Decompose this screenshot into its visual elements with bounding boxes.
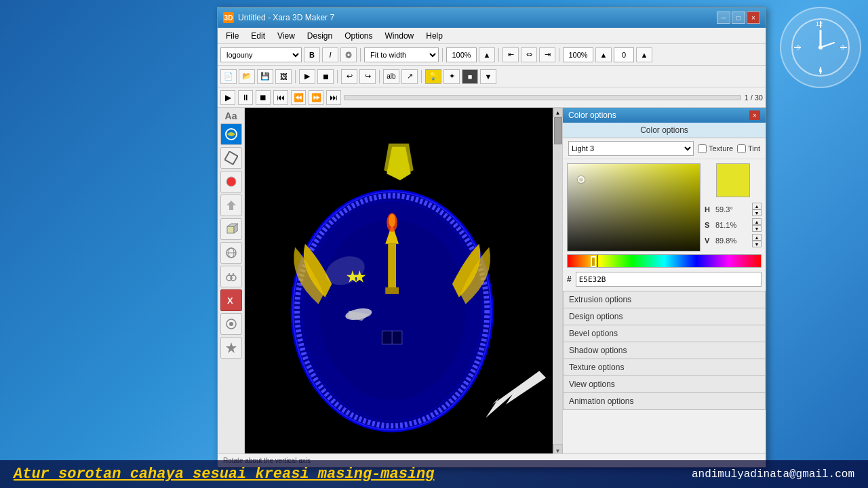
menu-help[interactable]: Help: [420, 30, 448, 42]
h-spinner[interactable]: ▲ ▼: [752, 203, 762, 216]
font-dropdown[interactable]: logouny: [220, 47, 302, 62]
s-spinner[interactable]: ▲ ▼: [752, 218, 762, 232]
svg-rect-13: [224, 151, 237, 164]
play-button[interactable]: ▶: [220, 90, 235, 105]
more-btn[interactable]: ▼: [480, 69, 496, 84]
light-dropdown[interactable]: Light 3: [568, 141, 694, 156]
h-up-btn[interactable]: ▲: [752, 203, 762, 209]
save-btn[interactable]: 💾: [257, 69, 273, 84]
next-button[interactable]: ⏩: [309, 90, 323, 105]
design-options-btn[interactable]: Design options: [563, 308, 766, 325]
zoom-up-btn[interactable]: ▲: [479, 47, 495, 62]
hue-thumb[interactable]: [591, 256, 596, 267]
color-cursor[interactable]: [578, 176, 585, 183]
v-row: V 89.8% ▲ ▼: [705, 234, 762, 247]
bold-button[interactable]: B: [304, 47, 320, 62]
v-down-btn[interactable]: ▼: [752, 241, 762, 247]
pause-button[interactable]: ⏸: [238, 90, 253, 105]
animation-options-btn[interactable]: Animation options: [563, 393, 766, 410]
menu-window[interactable]: Window: [380, 30, 420, 42]
scroll-track[interactable]: [554, 117, 562, 444]
svg-point-23: [231, 275, 236, 281]
hex-input[interactable]: [576, 272, 762, 287]
menu-design[interactable]: Design: [302, 30, 338, 42]
x-tool-btn[interactable]: X: [220, 289, 242, 311]
outline-button[interactable]: O: [340, 47, 357, 62]
star-tool-btn[interactable]: [220, 337, 242, 359]
globe-tool-btn[interactable]: [220, 242, 242, 264]
offset-up-btn[interactable]: ▲: [636, 47, 652, 62]
progress-bar[interactable]: [344, 95, 741, 100]
new-btn[interactable]: 📄: [220, 69, 237, 84]
h-down-btn[interactable]: ▼: [752, 209, 762, 216]
scroll-thumb[interactable]: [554, 117, 562, 144]
vertical-scrollbar[interactable]: ▲ ▼ ▼: [553, 108, 562, 467]
shadow-btn[interactable]: ■: [462, 69, 478, 84]
offset-field[interactable]: [614, 47, 634, 62]
zoom-field[interactable]: [446, 47, 477, 62]
fit-dropdown[interactable]: Fit to width: [364, 47, 439, 62]
maximize-button[interactable]: □: [732, 12, 745, 24]
s-up-btn[interactable]: ▲: [752, 218, 762, 225]
text-btn[interactable]: alb: [383, 69, 399, 84]
size-up-btn[interactable]: ▲: [595, 47, 612, 62]
s-value: 81.1%: [715, 221, 749, 229]
canvas-wrapper: ▲ ▼ ▼: [245, 108, 562, 467]
align-right-btn[interactable]: ⇥: [539, 47, 555, 62]
canvas[interactable]: [245, 108, 553, 467]
panel-close-button[interactable]: ×: [749, 110, 760, 120]
cube-tool-btn[interactable]: [220, 218, 242, 240]
v-spinner[interactable]: ▲ ▼: [752, 234, 762, 247]
color-picker-main: H 59.3° ▲ ▼ S 81.1%: [567, 163, 762, 251]
anim-btn[interactable]: ▶: [299, 69, 315, 84]
svg-line-6: [821, 43, 834, 47]
undo-btn[interactable]: ↩: [341, 69, 357, 84]
shadow-options-btn[interactable]: Shadow options: [563, 342, 766, 359]
menu-edit[interactable]: Edit: [245, 30, 271, 42]
extrusion-options-btn[interactable]: Extrusion options: [563, 291, 766, 308]
svg-text:6: 6: [818, 67, 822, 74]
circle2-tool-btn[interactable]: [220, 313, 242, 335]
minimize-button[interactable]: ─: [717, 12, 730, 24]
s-down-btn[interactable]: ▼: [752, 225, 762, 232]
skip-end-button[interactable]: ⏭: [326, 90, 341, 105]
export-btn[interactable]: 🖼: [275, 69, 292, 84]
align-center-btn[interactable]: ⇔: [521, 47, 537, 62]
author-text: andimulyadinata@gmail.com: [692, 468, 854, 481]
bevel-options-btn[interactable]: Bevel options: [563, 325, 766, 342]
anim2-btn[interactable]: ⏹: [317, 69, 334, 84]
menu-view[interactable]: View: [272, 30, 300, 42]
color-tool-btn[interactable]: [220, 123, 242, 145]
align-left-btn[interactable]: ⇤: [502, 47, 519, 62]
hue-bar[interactable]: [567, 254, 762, 268]
prev-button[interactable]: ⏪: [291, 90, 306, 105]
clock: 12 3 6 9: [780, 7, 861, 88]
circle-tool-btn[interactable]: [220, 171, 242, 192]
menu-file[interactable]: File: [220, 30, 244, 42]
tint-checkbox[interactable]: [737, 144, 746, 153]
cursor-btn[interactable]: ✦: [443, 69, 460, 84]
binoculars-tool-btn[interactable]: [220, 266, 242, 287]
view-options-btn[interactable]: View options: [563, 376, 766, 393]
menu-options[interactable]: Options: [339, 30, 378, 42]
open-btn[interactable]: 📂: [239, 69, 255, 84]
skip-start-button[interactable]: ⏮: [273, 90, 288, 105]
arrow-tool-btn[interactable]: [220, 195, 242, 216]
extrude-btn[interactable]: ↗: [401, 69, 418, 84]
scroll-up-btn[interactable]: ▲: [553, 108, 563, 117]
light-btn[interactable]: 💡: [425, 69, 441, 84]
shape-tool-btn[interactable]: [220, 147, 242, 169]
stop-button[interactable]: ⏹: [256, 90, 271, 105]
app-icon: 3D: [223, 12, 234, 23]
v-up-btn[interactable]: ▲: [752, 234, 762, 241]
size-field[interactable]: [563, 47, 593, 62]
redo-btn[interactable]: ↪: [359, 69, 376, 84]
texture-checkbox[interactable]: [698, 144, 707, 153]
h-label: H: [705, 205, 713, 214]
italic-button[interactable]: I: [322, 47, 338, 62]
color-gradient[interactable]: [567, 163, 701, 251]
separator6: [337, 70, 338, 83]
separator2: [442, 48, 443, 62]
texture-options-btn[interactable]: Texture options: [563, 359, 766, 376]
close-button[interactable]: ×: [747, 12, 760, 24]
